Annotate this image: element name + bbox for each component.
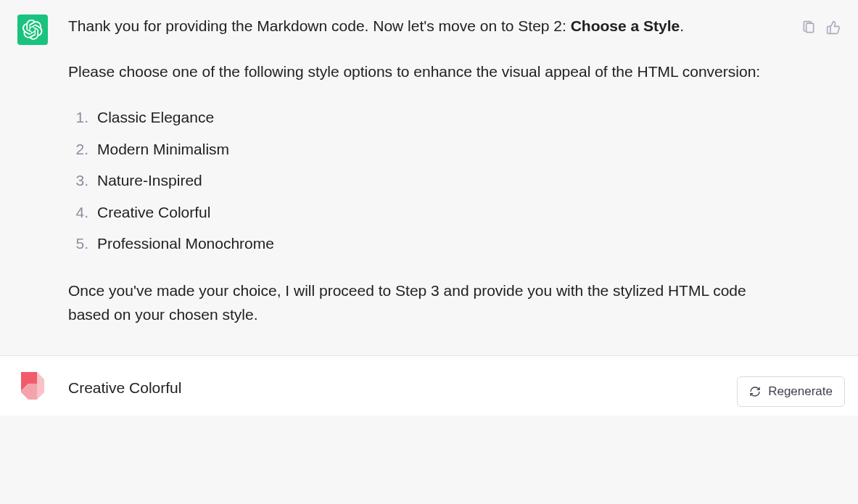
style-options-list: Classic Elegance Modern Minimalism Natur… <box>94 105 764 256</box>
style-option-label: Modern Minimalism <box>97 137 229 162</box>
user-message-block: Creative Colorful Regenerate <box>0 356 858 416</box>
style-option-label: Creative Colorful <box>97 200 210 225</box>
copy-icon[interactable] <box>801 20 816 36</box>
regenerate-button[interactable]: Regenerate <box>737 376 845 407</box>
ai-intro-step-name: Choose a Style <box>571 17 680 34</box>
list-item: Nature-Inspired <box>94 168 764 193</box>
ai-outro-paragraph: Once you've made your choice, I will pro… <box>68 279 764 326</box>
style-option-label: Nature-Inspired <box>97 168 202 193</box>
user-avatar <box>17 371 48 401</box>
ai-intro-suffix: . <box>680 17 684 34</box>
message-actions <box>801 20 841 36</box>
ai-message-block: Thank you for providing the Markdown cod… <box>0 0 858 355</box>
refresh-icon <box>749 386 761 397</box>
ai-intro-text: Thank you for providing the Markdown cod… <box>68 17 571 34</box>
ai-message-body: Thank you for providing the Markdown cod… <box>68 15 764 326</box>
list-item: Classic Elegance <box>94 105 764 130</box>
ai-intro-paragraph: Thank you for providing the Markdown cod… <box>68 15 764 38</box>
thumbs-up-icon[interactable] <box>826 20 841 36</box>
ai-prompt-paragraph: Please choose one of the following style… <box>68 60 764 84</box>
regenerate-label: Regenerate <box>768 384 833 399</box>
style-option-label: Classic Elegance <box>97 105 214 130</box>
list-item: Modern Minimalism <box>94 137 764 162</box>
list-item: Professional Monochrome <box>94 231 764 256</box>
user-message-text: Creative Colorful <box>68 371 181 400</box>
list-item: Creative Colorful <box>94 200 764 225</box>
style-option-label: Professional Monochrome <box>97 231 274 256</box>
svg-rect-0 <box>807 23 814 32</box>
ai-avatar <box>17 15 48 45</box>
